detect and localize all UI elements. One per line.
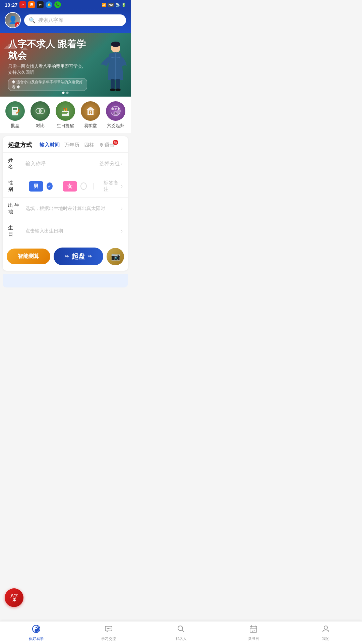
jianying-icon: ✂ bbox=[37, 1, 44, 8]
camera-button[interactable]: 📷 bbox=[107, 248, 124, 265]
birthday-placeholder: 点击输入出生日期 bbox=[25, 228, 121, 234]
group-select[interactable]: 选择分组 › bbox=[100, 161, 123, 167]
phone-icon: 📞 bbox=[54, 1, 61, 8]
menu-item-yixuetang[interactable]: 易学堂 bbox=[81, 101, 100, 129]
avatar[interactable]: 👤 A bbox=[5, 12, 21, 28]
svg-point-12 bbox=[18, 109, 20, 111]
time-display: 10:27 bbox=[5, 2, 17, 8]
svg-rect-5 bbox=[116, 79, 120, 89]
svg-rect-9 bbox=[13, 108, 17, 109]
svg-rect-11 bbox=[13, 111, 16, 111]
status-bar: 10:27 小 淘 ✂ 🔔 📞 📶 HD 📡 🔋 bbox=[0, 0, 131, 9]
banner-figure bbox=[94, 33, 131, 97]
svg-rect-35 bbox=[112, 111, 113, 111]
menu-item-duibi[interactable]: 对比 bbox=[31, 101, 50, 129]
svg-point-30 bbox=[115, 112, 117, 114]
menu-label-duibi: 对比 bbox=[36, 123, 45, 129]
banner-figure-svg bbox=[97, 40, 127, 97]
svg-point-20 bbox=[63, 108, 65, 110]
form-section: 起盘方式 输入时间 万年历 四柱 🎙 🎙 语音 语音 新 姓 名 输入称呼 选择… bbox=[3, 136, 128, 271]
hd-badge: HD bbox=[108, 3, 114, 7]
tab-input-time[interactable]: 输入时间 bbox=[40, 142, 60, 148]
svg-rect-32 bbox=[118, 108, 119, 109]
camera-icon: 📷 bbox=[111, 252, 120, 261]
menu-icon-yixuetang bbox=[81, 101, 100, 121]
svg-rect-4 bbox=[111, 79, 115, 89]
male-label: 男 bbox=[34, 183, 39, 190]
action-row: 智能测算 ❧ 起盘 ❧ 📷 bbox=[3, 242, 128, 265]
menu-label-piban: 批盘 bbox=[11, 123, 19, 129]
svg-rect-33 bbox=[112, 109, 114, 110]
menu-item-piban[interactable]: 批盘 bbox=[5, 101, 25, 129]
banner-tag: ◆ 适合小白及自学多年不得章法的兴趣爱好者 ◆ bbox=[8, 78, 87, 91]
mic-icon: 🎙 bbox=[99, 142, 104, 148]
notification-icon: 🔔 bbox=[46, 1, 52, 8]
tab-voice[interactable]: 🎙 🎙 语音 语音 新 bbox=[99, 142, 115, 148]
new-badge: 新 bbox=[113, 140, 118, 145]
signal-icon: 📡 bbox=[115, 3, 120, 7]
menu-icon-liuyao bbox=[106, 101, 125, 121]
svg-marker-22 bbox=[86, 107, 95, 110]
start-btn-left-deco: ❧ bbox=[65, 253, 69, 260]
svg-rect-10 bbox=[13, 109, 17, 110]
tab-calendar[interactable]: 万年历 bbox=[64, 142, 79, 148]
gender-label: 性 别 bbox=[8, 180, 25, 193]
start-button[interactable]: ❧ 起盘 ❧ bbox=[54, 248, 103, 265]
menu-label-liuyao: 六爻起卦 bbox=[107, 123, 124, 129]
banner: ☁ ☁ 八字不求人 跟着学就会 只需一两次找人看八字的费用即可学会, 支持永久回… bbox=[0, 33, 131, 97]
name-row-divider bbox=[96, 160, 96, 167]
tab-four-pillars[interactable]: 四柱 bbox=[84, 142, 94, 148]
form-tabs: 输入时间 万年历 四柱 🎙 🎙 语音 语音 新 bbox=[40, 142, 115, 148]
svg-rect-38 bbox=[119, 111, 119, 111]
birthplace-placeholder: 选填，根据出生地时差计算出真太阳时 bbox=[25, 206, 121, 212]
svg-point-6 bbox=[110, 89, 115, 91]
birthday-chevron-icon: › bbox=[121, 228, 123, 234]
name-input-area[interactable]: 输入称呼 bbox=[25, 161, 93, 167]
avatar-badge: A bbox=[15, 22, 20, 28]
female-button[interactable]: 女 bbox=[63, 181, 77, 192]
banner-subtitle: 只需一两次找人看八字的费用即可学会, 支持永久回听 bbox=[8, 63, 87, 75]
search-icon: 🔍 bbox=[29, 17, 36, 23]
birthplace-row[interactable]: 出生地 选填，根据出生地时差计算出真太阳时 › bbox=[3, 198, 128, 220]
name-label: 姓 名 bbox=[8, 157, 25, 170]
form-title: 起盘方式 bbox=[8, 141, 32, 149]
menu-item-shengri[interactable]: 生日提醒 bbox=[56, 101, 75, 129]
svg-rect-16 bbox=[62, 112, 68, 113]
birthplace-label: 出生地 bbox=[8, 202, 25, 215]
battery-icon: 🔋 bbox=[121, 3, 126, 7]
start-btn-label: 起盘 bbox=[72, 252, 85, 261]
svg-point-7 bbox=[115, 89, 121, 91]
gender-row: 性 别 男 ✓ 女 标签备注 › bbox=[3, 175, 128, 198]
xiaohongshu-icon: 小 bbox=[19, 1, 26, 8]
svg-point-21 bbox=[66, 108, 67, 110]
svg-rect-17 bbox=[62, 113, 67, 114]
svg-rect-26 bbox=[87, 114, 94, 115]
taobao-icon: 淘 bbox=[28, 1, 35, 8]
male-check-icon: ✓ bbox=[47, 182, 53, 190]
female-label: 女 bbox=[67, 183, 72, 190]
svg-rect-2 bbox=[113, 42, 119, 44]
menu-row: 批盘 对比 生日提醒 bbox=[0, 97, 131, 133]
smart-calc-button[interactable]: 智能测算 bbox=[7, 249, 50, 264]
menu-label-shengri: 生日提醒 bbox=[57, 123, 74, 129]
svg-rect-37 bbox=[118, 111, 118, 111]
search-bar[interactable]: 🔍 搜索八字库 bbox=[24, 14, 126, 26]
menu-item-liuyao[interactable]: 六爻起卦 bbox=[106, 101, 125, 129]
tag-note-label: 标签备注 bbox=[104, 180, 119, 193]
menu-icon-shengri bbox=[56, 101, 75, 121]
form-header: 起盘方式 输入时间 万年历 四柱 🎙 🎙 语音 语音 新 bbox=[3, 136, 128, 153]
svg-rect-36 bbox=[113, 111, 114, 111]
female-check-circle bbox=[80, 182, 87, 190]
name-row: 姓 名 输入称呼 选择分组 › bbox=[3, 153, 128, 175]
group-chevron-icon: › bbox=[121, 161, 123, 167]
tag-chevron-icon: › bbox=[121, 183, 123, 189]
tag-note-select[interactable]: 标签备注 › bbox=[104, 180, 123, 193]
header: 👤 A 🔍 搜索八字库 bbox=[0, 9, 131, 33]
birthday-row[interactable]: 生 日 点击输入出生日期 › bbox=[3, 220, 128, 242]
menu-label-yixuetang: 易学堂 bbox=[84, 123, 97, 129]
banner-content: 八字不求人 跟着学就会 只需一两次找人看八字的费用即可学会, 支持永久回听 ◆ … bbox=[0, 33, 94, 97]
menu-icon-duibi bbox=[31, 101, 50, 121]
male-button[interactable]: 男 bbox=[29, 181, 43, 192]
svg-rect-31 bbox=[112, 108, 114, 109]
svg-rect-34 bbox=[118, 109, 119, 110]
